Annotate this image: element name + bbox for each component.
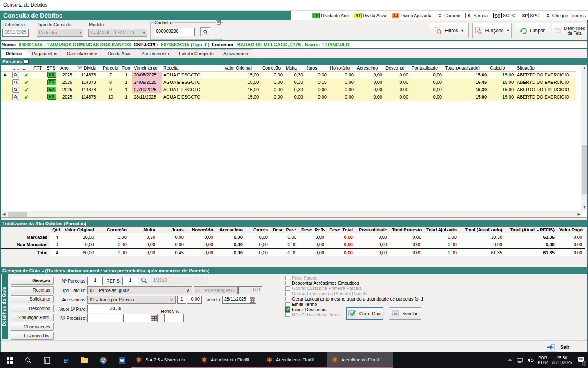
taskbar-app[interactable]: Atendimento Fiorilli — [327, 352, 393, 368]
tab-divida-ativa[interactable]: Divida Ativa — [104, 49, 140, 58]
checkbox-box[interactable] — [285, 276, 290, 280]
acrescimo-valor-input[interactable]: 0,00 — [187, 296, 202, 304]
refis-input[interactable]: 1 — [122, 277, 138, 285]
nav-simula-o-parc-[interactable]: Simulação Parc. — [11, 314, 54, 321]
tab-ajuizamento[interactable]: Ajuizamento — [219, 49, 257, 58]
checkbox-box[interactable]: ✔ — [285, 307, 290, 312]
scrollbar-thumb[interactable] — [8, 212, 27, 217]
vertical-scrollbar[interactable]: ▲ ▼ — [581, 65, 588, 211]
taskbar-app[interactable]: SIA 7.5 - Sistema In... — [131, 352, 197, 368]
nav-descontos[interactable]: Descontos — [11, 305, 54, 312]
processo-input[interactable] — [87, 314, 122, 322]
num-parcelas-input[interactable]: 1 — [87, 277, 103, 285]
valor-parc-input[interactable]: 30,30 — [87, 305, 123, 313]
taskbar-search-button[interactable] — [19, 352, 38, 368]
language-indicator[interactable]: PORPTB2 — [538, 356, 548, 365]
nav-receitas[interactable]: Receitas — [11, 286, 54, 294]
scroll-left-icon[interactable]: ◀ — [1, 211, 7, 218]
cadastro-search-button[interactable] — [200, 27, 210, 36]
network-icon[interactable] — [517, 358, 523, 363]
filtros-button[interactable]: Filtros▼ — [430, 23, 469, 38]
parcelas-select-all-checkbox[interactable] — [24, 59, 29, 64]
honor-input[interactable] — [164, 314, 184, 322]
cell-juros: 0,00 — [305, 86, 328, 93]
task-view-icon — [44, 357, 50, 364]
clock[interactable]: 15:3006/11/2025 — [552, 356, 572, 365]
row-detail-button[interactable] — [12, 79, 19, 85]
tab-débitos[interactable]: Débitos — [2, 49, 31, 58]
checkbox-gerar-lan-amento-m[interactable]: Gerar Lançamento mesmo quando a quantida… — [285, 296, 423, 302]
checkbox-emitir-termo[interactable]: Emitir Termo — [285, 302, 317, 307]
definicoes-tela-button[interactable]: Definiçõesde Tela — [552, 23, 587, 38]
debit-row[interactable]: ✔EX202511487310128/11/2025AGUA E ESGOTO1… — [1, 93, 576, 101]
simular-button[interactable]: Simular — [389, 307, 421, 320]
checkbox-incidir-descontos[interactable]: ✔Incidir Descontos — [285, 307, 326, 312]
word-button[interactable]: W — [113, 352, 131, 368]
row-checked-icon[interactable]: ✔ — [24, 72, 29, 78]
referencia-input[interactable]: 06/11/2025 — [2, 29, 29, 37]
tot-cell: 0,00 — [327, 233, 355, 241]
checkbox-box[interactable] — [285, 286, 290, 291]
checkbox-box[interactable] — [285, 281, 290, 285]
chrome-button[interactable] — [94, 352, 113, 368]
checkbox-pr-x-fatura[interactable]: Próx. Fatura — [285, 275, 317, 280]
scroll-down-icon[interactable]: ▼ — [581, 204, 588, 211]
start-button[interactable] — [0, 352, 19, 368]
nav-gera-o[interactable]: Geração — [11, 277, 54, 285]
debit-row[interactable]: ▶✔EX20251148737120/08/2025AGUA E ESGOTO1… — [1, 71, 576, 79]
tab-pagamentos[interactable]: Pagamentos — [28, 49, 66, 58]
tab-extrato-completo[interactable]: Extrato Completo — [175, 49, 223, 58]
calendar-icon[interactable] — [250, 297, 255, 304]
horizontal-scrollbar[interactable]: ◀ ▶ — [1, 211, 582, 217]
scroll-right-icon[interactable]: ▶ — [576, 211, 582, 218]
scroll-up-icon[interactable]: ▲ — [581, 65, 588, 71]
acrescimos-select[interactable]: 01 - Juros por Parcela∨ — [87, 296, 176, 304]
gerar-guia-button[interactable]: Gerar Guia — [346, 307, 383, 320]
debit-row[interactable]: ✔EX20251148739127/10/2025AGUA E ESGOTO15… — [1, 86, 576, 93]
task-view-button[interactable] — [38, 352, 56, 368]
tab-cancelamentos[interactable]: Cancelamentos — [63, 49, 107, 58]
row-checked-icon[interactable]: ✔ — [24, 79, 29, 85]
row-checked-icon[interactable]: ✔ — [24, 94, 29, 100]
checkbox-box[interactable] — [285, 302, 290, 307]
checkbox-box[interactable] — [285, 292, 290, 296]
list-icon[interactable] — [216, 20, 221, 27]
taskbar-app[interactable]: Atendimento Fiorilli — [197, 352, 262, 368]
checkbox-box[interactable] — [285, 297, 290, 301]
taskbar-app[interactable]: Atendimento Fiorilli — [262, 352, 327, 368]
checkbox-n-o-cobrar-multa-j[interactable]: Não Cobrar Multa Juros — [285, 312, 340, 317]
cadastro-input[interactable]: 000000236 — [154, 28, 195, 36]
nav-observa-es[interactable]: Observações — [11, 323, 54, 331]
tipo-consulta-select[interactable]: Cadastro▾ — [37, 29, 83, 37]
tipo-calculo-select[interactable]: 01 - Parcelas Iguais∨ — [87, 286, 192, 294]
volume-icon[interactable] — [527, 358, 534, 363]
debit-row[interactable]: ✔EX20251148738124/09/2025AGUA E ESGOTO15… — [1, 79, 576, 86]
row-detail-button[interactable] — [12, 72, 19, 78]
funcoes-button[interactable]: Funções▼ — [472, 23, 512, 38]
limpar-button[interactable]: Limpar — [515, 23, 549, 38]
nav-hist-rico-div-[interactable]: Histórico Div. — [11, 332, 54, 340]
edge-button[interactable]: e — [56, 352, 75, 368]
scrollbar-thumb[interactable] — [582, 145, 587, 194]
tab-parcelamento[interactable]: Parcelamento — [137, 49, 178, 58]
sair-button[interactable]: Sair — [545, 342, 584, 352]
row-detail-button[interactable] — [12, 87, 19, 93]
modulo-select[interactable]: 3 - ÁGUA E ESGOTO▾ — [88, 29, 147, 37]
checkbox-cobrar-honor-rio-n[interactable]: Cobrar Honorário na Primeira Parcela — [285, 291, 368, 296]
tot-row: Total460,000,000,900,450,000,000,000,000… — [0, 249, 585, 256]
checkbox-cobrar-custas-na-p[interactable]: Cobrar Custas na Primeira Parcela — [285, 286, 362, 291]
checkbox-box[interactable] — [285, 312, 290, 317]
checkbox-descontar-acr-scim[interactable]: Descontar Acréscimos Embutidos — [285, 280, 359, 286]
row-detail-button[interactable] — [12, 94, 19, 100]
detalhes-guia-tab[interactable]: Detalhes da Guia — [2, 274, 8, 339]
sts-ex-badge: EX — [47, 94, 56, 100]
row-checked-icon[interactable]: ✔ — [24, 87, 29, 93]
refis-search-button[interactable] — [140, 277, 148, 286]
acrescimo-qtd-input[interactable]: 1 — [177, 296, 186, 304]
tray-chevron-icon[interactable] — [508, 359, 512, 362]
calculator-icon[interactable] — [151, 315, 157, 322]
taskbar-apps: SIA 7.5 - Sistema In...Atendimento Fiori… — [131, 352, 393, 368]
nav-solicitante[interactable]: Solicitante — [11, 295, 54, 303]
file-explorer-button[interactable] — [75, 352, 94, 368]
notification-center-button[interactable]: 1 — [578, 357, 585, 364]
